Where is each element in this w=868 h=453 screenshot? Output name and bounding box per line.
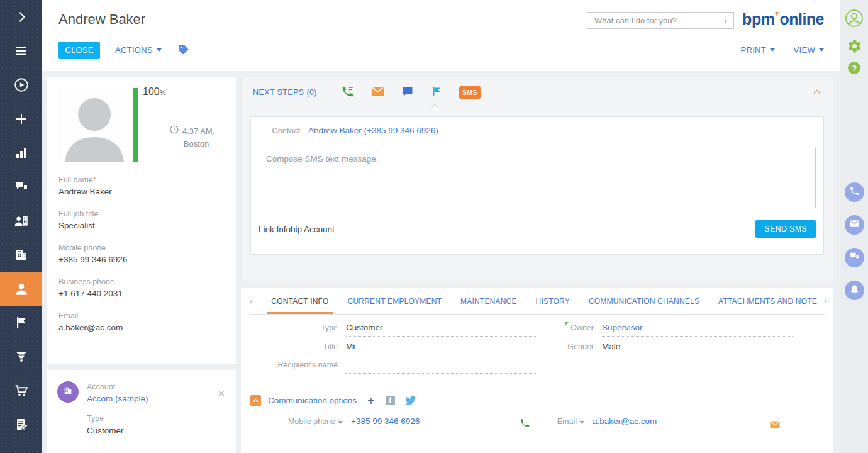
tags-button[interactable] [177, 43, 190, 59]
send-email-icon[interactable] [770, 421, 780, 430]
call-icon[interactable] [520, 418, 530, 430]
contact-info-fields: Type Customer Title Mr. Recipient's name [250, 323, 825, 379]
print-dropdown[interactable]: PRINT [741, 45, 776, 55]
send-sms-button[interactable]: SEND SMS [755, 220, 816, 238]
field-mobile-phone[interactable]: Mobile phone +385 99 346 6926 [58, 243, 225, 269]
tabs-scroll-left-icon[interactable]: ‹ [250, 296, 252, 306]
search-input[interactable] [587, 16, 717, 25]
tabs-panel: ‹ CONTACT INFO CURRENT EMPLOYMENT MAINTE… [241, 288, 833, 453]
add-communication-option-button[interactable]: + [367, 396, 375, 405]
tabs-row: ‹ CONTACT INFO CURRENT EMPLOYMENT MAINTE… [250, 288, 825, 315]
field-title[interactable]: Title Mr. [250, 342, 537, 355]
person-icon [13, 281, 30, 297]
sms-contact-field: * Contact Andrew Baker (+385 99 346 6926… [260, 126, 816, 140]
user-profile-button[interactable] [845, 9, 864, 30]
shopping-cart-icon [13, 383, 29, 399]
sms-compose-card: * Contact Andrew Baker (+385 99 346 6926… [250, 116, 824, 255]
photo-row: 100% 4:37 AM, Boston [58, 88, 225, 162]
run-process-button[interactable] [0, 68, 42, 102]
new-sms-button[interactable]: SMS [459, 86, 481, 99]
nav-item-activities[interactable] [0, 306, 42, 340]
detail-column: NEXT STEPS (0) SMS [241, 77, 833, 453]
nav-item-dashboards[interactable] [0, 136, 42, 170]
chat-bubbles-icon [14, 179, 29, 194]
notifications-button[interactable] [845, 281, 864, 300]
nav-item-leads[interactable] [0, 340, 42, 374]
field-recipients-name[interactable]: Recipient's name [250, 361, 537, 374]
building-icon [63, 386, 73, 398]
nav-item-accounts[interactable] [0, 238, 42, 272]
communication-panel-buttons [845, 182, 864, 300]
tab-current-employment[interactable]: CURRENT EMPLOYMENT [348, 288, 442, 315]
flag-icon [14, 315, 29, 330]
account-type-field[interactable]: Type Customer [87, 414, 226, 435]
contact-profile-card: 100% 4:37 AM, Boston Full nam [47, 77, 236, 364]
next-steps-section: NEXT STEPS (0) SMS [241, 77, 833, 281]
new-task-flag-icon[interactable] [431, 86, 442, 100]
nav-item-contacts[interactable] [0, 272, 42, 306]
collapse-chevron-up-icon[interactable] [811, 87, 823, 99]
calls-panel-button[interactable] [845, 182, 864, 202]
chat-bubbles-icon [849, 251, 860, 264]
actions-dropdown[interactable]: ACTIONS [115, 45, 162, 55]
new-message-icon[interactable] [401, 85, 414, 100]
sms-message-input[interactable] [259, 148, 816, 208]
profile-completeness-bar [133, 88, 138, 162]
tabs-scroll-right-icon[interactable]: › [822, 296, 827, 306]
nav-item-employees[interactable] [0, 204, 42, 238]
chevron-down-icon [770, 48, 775, 52]
comm-mobile-phone-value[interactable]: +385 99 346 6926 [351, 417, 463, 430]
chat-panel-button[interactable] [845, 248, 864, 267]
tab-contact-info[interactable]: CONTACT INFO [271, 288, 328, 315]
comm-type-select[interactable]: Email [530, 417, 584, 430]
next-steps-bar: NEXT STEPS (0) SMS [242, 77, 833, 108]
field-owner[interactable]: Owner Supervisor [537, 323, 825, 337]
collapse-section-button[interactable] [250, 395, 261, 406]
nav-item-feed[interactable] [0, 170, 42, 204]
tab-history[interactable]: HISTORY [536, 288, 570, 315]
view-dropdown[interactable]: VIEW [794, 45, 824, 55]
close-button[interactable]: CLOSE [58, 42, 100, 59]
main-menu-button[interactable] [0, 34, 42, 68]
new-email-icon[interactable] [371, 86, 384, 99]
comm-type-select[interactable]: Mobile phone [250, 417, 343, 430]
record-page-content: 100% 4:37 AM, Boston Full nam [42, 71, 840, 453]
field-business-phone[interactable]: Business phone +1 617 440 2031 [58, 277, 225, 303]
tab-maintenance[interactable]: MAINTENANCE [460, 288, 517, 315]
help-question-icon: ? [847, 67, 862, 77]
building-icon [14, 247, 29, 262]
comm-email-value[interactable]: a.baker@ac.com [593, 417, 765, 430]
quick-add-button[interactable] [0, 102, 42, 136]
page-title: Andrew Baker [58, 11, 145, 28]
link-infobip-account-link[interactable]: Link Infobip Account [259, 225, 335, 234]
close-icon[interactable]: × [218, 388, 225, 400]
next-steps-title: NEXT STEPS (0) [253, 88, 317, 97]
new-call-icon[interactable] [341, 85, 354, 101]
tab-attachments-and-notes[interactable]: ATTACHMENTS AND NOTE [718, 288, 817, 315]
expand-sidebar-button[interactable] [0, 0, 42, 34]
field-full-job-title[interactable]: Full job title Specialist [58, 210, 225, 235]
account-link[interactable]: Accom (sample) [87, 394, 148, 403]
field-full-name[interactable]: Full name* Andrew Baker [58, 176, 225, 201]
bpmonline-logo: bpmonline [742, 10, 824, 28]
page-header: Andrew Baker › bpmonline CLOSE ACTIONS P… [42, 0, 840, 71]
field-type[interactable]: Type Customer [250, 323, 537, 337]
chevron-down-icon [338, 421, 343, 424]
facebook-icon[interactable]: f [386, 396, 395, 405]
contact-photo-placeholder[interactable] [58, 88, 131, 162]
nav-item-contracts[interactable] [0, 408, 42, 442]
field-email[interactable]: Email a.baker@ac.com [58, 311, 225, 337]
sms-contact-value[interactable]: Andrew Baker (+385 99 346 6926) [308, 126, 521, 140]
field-gender[interactable]: Gender Male [537, 342, 825, 355]
search-submit-icon[interactable]: › [717, 16, 733, 26]
document-edit-icon [14, 417, 29, 432]
email-panel-button[interactable] [845, 215, 864, 235]
tab-communication-channels[interactable]: COMMUNICATION CHANNELS [589, 288, 699, 315]
help-button[interactable]: ? [847, 60, 862, 78]
account-avatar [57, 381, 79, 403]
twitter-icon[interactable] [405, 396, 416, 405]
system-settings-button[interactable] [847, 38, 862, 57]
person-building-icon [13, 213, 30, 229]
communication-options-title[interactable]: Communication options [268, 396, 357, 405]
nav-item-orders[interactable] [0, 374, 42, 408]
